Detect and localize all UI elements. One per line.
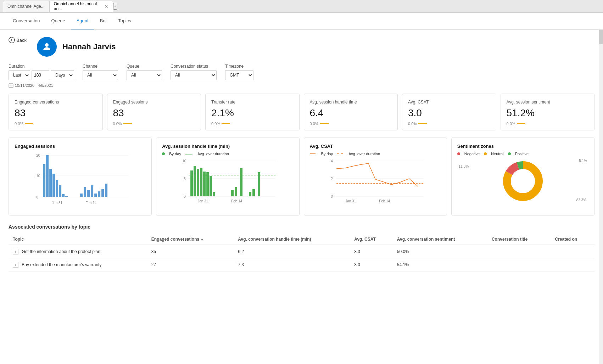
svg-point-0: [9, 37, 15, 43]
expand-button[interactable]: +: [13, 249, 18, 254]
kpi-value: 3.0: [408, 107, 490, 119]
legend-by-day: By day: [321, 152, 333, 156]
nav-item-bot[interactable]: Bot: [94, 12, 113, 29]
chart-title: Avg. CSAT: [310, 144, 441, 149]
tab-omnichannel-historical[interactable]: Omnichannel historical an... ✕: [49, 1, 113, 12]
cell-sentiment: 50.0%: [393, 245, 487, 258]
svg-rect-46: [235, 187, 237, 196]
svg-rect-40: [200, 168, 202, 196]
kpi-value: 51.2%: [507, 107, 589, 119]
svg-text:10: 10: [36, 174, 40, 178]
handle-time-chart-svg: 10 5 0: [162, 158, 293, 208]
expand-button[interactable]: +: [13, 262, 18, 268]
scrollbar[interactable]: [599, 30, 603, 364]
svg-rect-45: [231, 190, 234, 196]
cell-engaged: 27: [147, 258, 234, 271]
legend-avg: Avg. over duration: [348, 152, 380, 156]
channel-label: Channel: [83, 64, 118, 69]
negative-pct-label: 11.5%: [459, 164, 469, 168]
svg-point-1: [45, 43, 49, 47]
donut-chart-svg: [500, 158, 546, 204]
channel-filter: Channel All: [83, 64, 118, 80]
page-header: Hannah Jarvis: [9, 37, 594, 57]
status-filter: Conversation status All: [171, 64, 217, 80]
cell-handle-time: 7.3: [234, 258, 350, 271]
svg-rect-13: [46, 155, 49, 197]
kpi-title: Avg. CSAT: [408, 100, 490, 105]
kpi-bar: [222, 123, 230, 124]
duration-preset-select[interactable]: Last: [9, 70, 30, 80]
charts-row: Engaged sessions 20 10 0: [9, 138, 594, 215]
sort-icon: ▼: [201, 238, 204, 241]
nav-item-conversation[interactable]: Conversation: [7, 12, 46, 29]
col-engaged[interactable]: Engaged conversations ▼: [147, 234, 234, 245]
cell-handle-time: 6.2: [234, 245, 350, 258]
svg-text:4: 4: [331, 159, 333, 163]
kpi-title: Avg. session sentiment: [507, 100, 589, 105]
duration-controls: Last Days: [9, 70, 74, 80]
col-created-on: Created on: [551, 234, 594, 245]
svg-rect-38: [194, 166, 196, 196]
channel-select[interactable]: All: [83, 70, 118, 80]
svg-rect-41: [203, 172, 206, 196]
status-label: Conversation status: [171, 64, 217, 69]
tab-label: Omnichannel Age...: [7, 4, 45, 9]
back-label: Back: [16, 38, 27, 43]
calendar-icon: [9, 83, 13, 88]
kpi-title: Engaged sessions: [113, 100, 195, 105]
kpi-avg-csat: Avg. CSAT 3.0 0.0%: [402, 94, 496, 130]
add-tab-button[interactable]: +: [113, 3, 117, 10]
nav-item-topics[interactable]: Topics: [112, 12, 137, 29]
chart-title: Engaged sessions: [15, 144, 146, 149]
kpi-footer: 0.0%: [113, 122, 195, 126]
svg-rect-47: [240, 168, 242, 196]
svg-rect-48: [249, 192, 251, 196]
kpi-transfer-rate: Transfer rate 2.1% 0.0%: [205, 94, 300, 130]
duration-unit-select[interactable]: Days: [51, 70, 74, 80]
svg-rect-49: [252, 189, 255, 196]
sessions-chart-svg: 20 10 0: [15, 152, 146, 208]
kpi-value: 83: [113, 107, 195, 119]
kpi-title: Engaged conversations: [15, 100, 97, 105]
svg-text:Feb 14: Feb 14: [85, 201, 97, 205]
scrollbar-thumb[interactable]: [599, 30, 603, 44]
cell-sentiment: 54.1%: [393, 258, 487, 271]
svg-rect-23: [91, 185, 93, 197]
kpi-bar: [25, 123, 33, 124]
svg-text:5: 5: [184, 177, 186, 181]
svg-text:2: 2: [331, 177, 333, 181]
filters-row: Duration Last Days Channel All Queue All: [9, 64, 594, 80]
back-button[interactable]: Back: [9, 37, 27, 43]
svg-rect-21: [84, 187, 86, 197]
cell-conv-title: [487, 245, 551, 258]
browser-tab-bar: Omnichannel Age... Omnichannel historica…: [0, 0, 603, 13]
svg-rect-26: [101, 189, 104, 197]
tab-omnichannel-agent[interactable]: Omnichannel Age...: [3, 1, 49, 12]
duration-value-input[interactable]: [32, 70, 49, 80]
nav-item-queue[interactable]: Queue: [46, 12, 71, 29]
col-csat: Avg. CSAT: [350, 234, 393, 245]
queue-select[interactable]: All: [127, 70, 162, 80]
date-range-text: 10/11/2020 - 4/8/2021: [15, 83, 53, 88]
col-handle-time: Avg. conversation handle time (min): [234, 234, 350, 245]
kpi-value: 2.1%: [211, 107, 294, 119]
positive-legend-label: Positive: [515, 152, 529, 156]
svg-rect-24: [94, 194, 97, 197]
nav-label: Conversation: [13, 18, 40, 23]
nav-label: Agent: [77, 18, 89, 23]
svg-rect-15: [52, 174, 55, 197]
kpi-footer: 0.0%: [408, 122, 490, 126]
svg-text:0: 0: [36, 195, 38, 199]
timezone-select[interactable]: GMT: [225, 70, 253, 80]
cell-engaged: 35: [147, 245, 234, 258]
close-icon[interactable]: ✕: [104, 4, 108, 9]
nav-item-agent[interactable]: Agent: [71, 12, 94, 29]
svg-rect-39: [197, 169, 199, 196]
kpi-engaged-sessions: Engaged sessions 83 0.0%: [107, 94, 201, 130]
kpi-footer: 0.0%: [310, 122, 392, 126]
status-select[interactable]: All: [171, 70, 217, 80]
svg-rect-12: [43, 164, 45, 197]
kpi-footer: 0.0%: [507, 122, 589, 126]
chart-engaged-sessions: Engaged sessions 20 10 0: [9, 138, 152, 215]
queue-label: Queue: [127, 64, 162, 69]
